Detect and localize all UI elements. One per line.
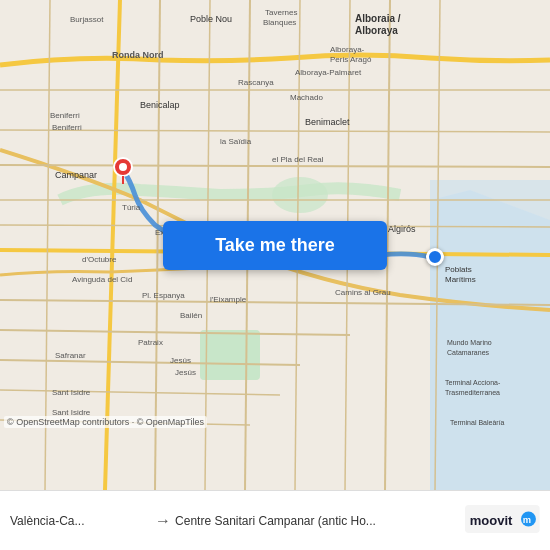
svg-text:Benimaclet: Benimaclet <box>305 117 350 127</box>
arrow-icon: → <box>151 512 175 530</box>
to-section: Centre Sanitari Campanar (antic Ho... <box>175 514 457 528</box>
svg-text:Jesús: Jesús <box>175 368 196 377</box>
svg-text:Beniferri: Beniferri <box>50 111 80 120</box>
svg-text:Tavernes: Tavernes <box>265 8 297 17</box>
svg-text:Jesús: Jesús <box>170 356 191 365</box>
svg-text:Terminal Acciona-: Terminal Acciona- <box>445 379 501 386</box>
map-attribution: © OpenStreetMap contributors · © OpenMap… <box>4 416 207 428</box>
svg-text:m: m <box>523 514 531 524</box>
svg-text:Safranar: Safranar <box>55 351 86 360</box>
to-label: Centre Sanitari Campanar (antic Ho... <box>175 514 376 528</box>
svg-text:Avinguda del Cid: Avinguda del Cid <box>72 275 132 284</box>
svg-text:la Saïdia: la Saïdia <box>220 137 252 146</box>
svg-text:Alboraya: Alboraya <box>355 25 398 36</box>
svg-text:Blanques: Blanques <box>263 18 296 27</box>
svg-text:moovit: moovit <box>470 512 513 527</box>
svg-text:Camins al Grau: Camins al Grau <box>335 288 391 297</box>
svg-text:Terminal Baleàría: Terminal Baleàría <box>450 419 505 426</box>
svg-point-70 <box>119 163 127 171</box>
take-me-there-button[interactable]: Take me there <box>163 221 387 270</box>
from-section: València-Ca... <box>10 514 151 528</box>
svg-text:Alboraya-Palmaret: Alboraya-Palmaret <box>295 68 362 77</box>
map-area: Alboraia / Alboraya Alboraya- Peris Arag… <box>0 0 550 490</box>
svg-text:Peris Aragó: Peris Aragó <box>330 55 372 64</box>
svg-text:Patraix: Patraix <box>138 338 163 347</box>
destination-marker <box>426 248 444 266</box>
svg-text:Bailén: Bailén <box>180 311 202 320</box>
bottom-bar: València-Ca... → Centre Sanitari Campana… <box>0 490 550 550</box>
svg-text:Sant Isidre: Sant Isidre <box>52 388 91 397</box>
svg-text:Catamaranes: Catamaranes <box>447 349 490 356</box>
svg-text:Rascanya: Rascanya <box>238 78 274 87</box>
svg-text:Benicalap: Benicalap <box>140 100 180 110</box>
origin-marker <box>112 157 134 185</box>
svg-text:Poble Nou: Poble Nou <box>190 14 232 24</box>
app-container: Alboraia / Alboraya Alboraya- Peris Arag… <box>0 0 550 550</box>
svg-text:Alboraya-: Alboraya- <box>330 45 365 54</box>
svg-text:Trasmediterranea: Trasmediterranea <box>445 389 500 396</box>
svg-text:Campanar: Campanar <box>55 170 97 180</box>
svg-text:Mundo Marino: Mundo Marino <box>447 339 492 346</box>
svg-rect-3 <box>200 330 260 380</box>
svg-text:Marítims: Marítims <box>445 275 476 284</box>
svg-text:Ronda Nord: Ronda Nord <box>112 50 164 60</box>
svg-text:Túria: Túria <box>122 203 141 212</box>
svg-text:Alboraia /: Alboraia / <box>355 13 401 24</box>
svg-text:d'Octubre: d'Octubre <box>82 255 117 264</box>
moovit-logo: moovit m <box>465 505 540 537</box>
svg-text:Machado: Machado <box>290 93 323 102</box>
svg-text:Pl. Espanya: Pl. Espanya <box>142 291 185 300</box>
from-label: València-Ca... <box>10 514 84 528</box>
svg-text:Algirós: Algirós <box>388 224 416 234</box>
svg-text:l'Eixample: l'Eixample <box>210 295 247 304</box>
svg-text:Poblats: Poblats <box>445 265 472 274</box>
svg-text:el Pla del Real: el Pla del Real <box>272 155 324 164</box>
svg-text:Beniferri: Beniferri <box>52 123 82 132</box>
svg-text:Burjassot: Burjassot <box>70 15 104 24</box>
